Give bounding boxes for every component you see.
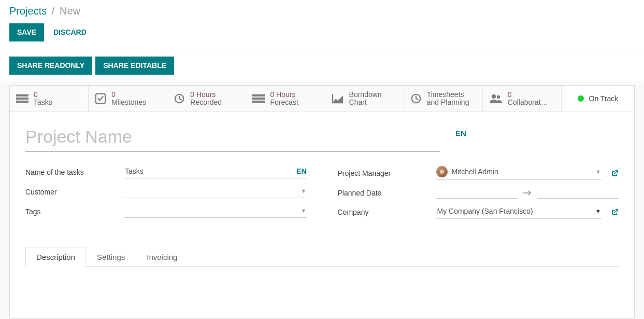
project-manager-input[interactable] xyxy=(451,167,593,176)
svg-rect-0 xyxy=(16,94,28,96)
clock-icon xyxy=(410,93,422,104)
forecast-icon xyxy=(252,93,265,104)
chevron-down-icon: ▼ xyxy=(595,208,601,214)
stat-milestones-count: 0 xyxy=(111,91,146,99)
name-of-tasks-lang[interactable]: EN xyxy=(296,167,306,175)
tags-input[interactable] xyxy=(124,206,298,215)
external-link-icon[interactable] xyxy=(611,209,619,216)
milestones-icon xyxy=(95,93,106,104)
sheet-wrap: 0 Tasks 0 Milestones 0 Hours xyxy=(0,81,644,319)
label-customer: Customer xyxy=(25,188,119,196)
name-of-tasks-input[interactable] xyxy=(124,167,292,176)
stat-milestones[interactable]: 0 Milestones xyxy=(89,86,167,112)
avatar xyxy=(436,166,448,177)
stat-timesheets-planning[interactable]: Timesheets and Planning xyxy=(404,86,483,112)
stat-burndown[interactable]: Burndown Chart xyxy=(325,86,404,112)
svg-point-9 xyxy=(492,94,496,99)
tags-field[interactable]: ▼ xyxy=(124,205,307,218)
breadcrumb-projects-link[interactable]: Projects xyxy=(9,5,47,17)
tasks-icon xyxy=(16,93,28,104)
arrow-right-icon xyxy=(523,190,532,196)
status-on-track[interactable]: On Track xyxy=(562,86,634,112)
planned-date-end[interactable] xyxy=(537,187,619,199)
label-name-of-tasks: Name of the tasks xyxy=(25,168,119,176)
breadcrumb: Projects / New xyxy=(0,0,644,20)
tab-invoicing[interactable]: Invoicing xyxy=(136,247,188,267)
share-editable-button[interactable]: SHARE EDITABLE xyxy=(95,57,174,75)
tab-settings[interactable]: Settings xyxy=(86,247,136,267)
label-tags: Tags xyxy=(25,207,119,216)
name-of-tasks-field[interactable]: EN xyxy=(124,166,307,178)
stat-hours-recorded[interactable]: 0 Hours Recorded xyxy=(167,86,246,112)
svg-rect-7 xyxy=(252,101,265,103)
stat-milestones-label: Milestones xyxy=(111,99,146,106)
discard-button[interactable]: DISCARD xyxy=(46,24,94,41)
project-name-input[interactable] xyxy=(25,124,440,151)
svg-rect-6 xyxy=(252,98,265,100)
title-lang-badge[interactable]: EN xyxy=(455,124,466,137)
stat-tasks[interactable]: 0 Tasks xyxy=(10,86,89,112)
label-planned-date: Planned Date xyxy=(338,189,431,197)
stat-collab-count: 0 xyxy=(508,91,548,99)
label-company: Company xyxy=(338,208,431,216)
customer-field[interactable]: ▼ xyxy=(124,186,307,198)
right-column: Project Manager ▼ Planned Date xyxy=(338,166,619,226)
form-sheet: 0 Tasks 0 Milestones 0 Hours xyxy=(9,85,635,318)
label-project-manager: Project Manager xyxy=(338,169,431,177)
stat-burndown-label: Burndown Chart xyxy=(349,91,397,107)
share-readonly-button[interactable]: SHARE READONLY xyxy=(9,57,92,75)
tabs: Description Settings Invoicing xyxy=(25,246,619,267)
stat-tasks-label: Tasks xyxy=(34,99,52,106)
svg-rect-1 xyxy=(16,98,28,100)
company-input[interactable] xyxy=(436,206,593,216)
action-bar: SAVE DISCARD xyxy=(0,20,644,50)
status-label: On Track xyxy=(589,94,619,103)
svg-point-10 xyxy=(497,95,500,99)
external-link-icon[interactable] xyxy=(611,170,619,177)
users-icon xyxy=(489,93,503,104)
breadcrumb-sep: / xyxy=(52,5,55,17)
stat-collab-label: Collaborat… xyxy=(508,99,548,106)
stat-forecast-label: Forecast xyxy=(270,99,298,106)
stat-recorded-label: Recorded xyxy=(190,99,222,106)
chevron-down-icon: ▼ xyxy=(301,188,307,194)
svg-rect-2 xyxy=(16,101,28,103)
tab-description[interactable]: Description xyxy=(25,247,86,267)
project-manager-field[interactable]: ▼ xyxy=(436,166,602,180)
stat-forecast-count: 0 Hours xyxy=(270,91,298,99)
chevron-down-icon: ▼ xyxy=(595,169,601,175)
stat-tasks-count: 0 xyxy=(34,91,52,99)
stat-row: 0 Tasks 0 Milestones 0 Hours xyxy=(10,86,634,113)
form-body: EN Name of the tasks EN Customer xyxy=(10,112,634,231)
stat-timesheets-label: Timesheets and Planning xyxy=(427,91,476,107)
left-column: Name of the tasks EN Customer ▼ xyxy=(25,166,307,226)
save-button[interactable]: SAVE xyxy=(9,23,44,41)
company-field[interactable]: ▼ xyxy=(436,206,602,218)
svg-rect-5 xyxy=(252,94,265,96)
stat-recorded-count: 0 Hours xyxy=(190,91,222,99)
clock-icon xyxy=(174,93,185,104)
chevron-down-icon: ▼ xyxy=(301,207,307,214)
burndown-icon xyxy=(332,93,344,104)
status-dot-icon xyxy=(578,95,584,102)
share-bar: SHARE READONLY SHARE EDITABLE xyxy=(0,50,644,81)
planned-date-start[interactable] xyxy=(436,187,518,199)
customer-input[interactable] xyxy=(124,186,298,196)
stat-collaborators[interactable]: 0 Collaborat… xyxy=(483,86,562,112)
stat-hours-forecast[interactable]: 0 Hours Forecast xyxy=(246,86,325,112)
breadcrumb-current: New xyxy=(60,5,80,17)
